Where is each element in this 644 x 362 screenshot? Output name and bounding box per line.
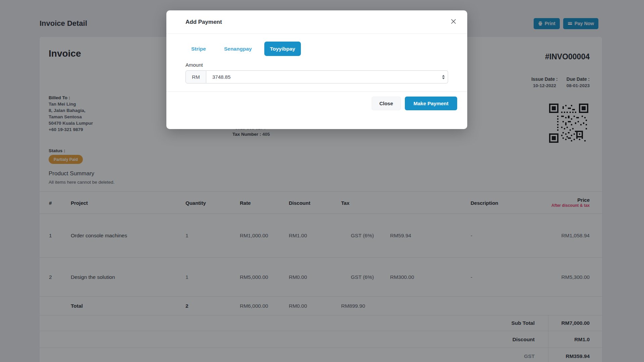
- modal-header: Add Payment: [166, 10, 467, 34]
- stepper-down-icon: [442, 77, 445, 79]
- tab-stripe[interactable]: Stripe: [185, 42, 212, 56]
- add-payment-modal: Add Payment Stripe Senangpay Toyyibpay A…: [166, 10, 467, 129]
- tab-senangpay[interactable]: Senangpay: [218, 42, 258, 56]
- modal-body: Stripe Senangpay Toyyibpay Amount RM: [166, 34, 467, 92]
- modal-title: Add Payment: [185, 19, 222, 25]
- close-button[interactable]: Close: [372, 97, 401, 110]
- modal-close-button[interactable]: [449, 17, 458, 27]
- modal-footer: Close Make Payment: [166, 92, 467, 129]
- payment-method-tabs: Stripe Senangpay Toyyibpay: [185, 42, 448, 56]
- stepper-up-icon: [442, 75, 445, 76]
- amount-input-group: RM: [185, 70, 448, 83]
- currency-prefix: RM: [185, 70, 206, 83]
- close-icon: [450, 18, 457, 25]
- amount-input-wrap: [206, 70, 448, 83]
- make-payment-button[interactable]: Make Payment: [405, 97, 457, 110]
- amount-stepper[interactable]: [442, 75, 445, 79]
- amount-input[interactable]: [206, 70, 448, 83]
- amount-label: Amount: [185, 62, 448, 68]
- tab-toyyibpay[interactable]: Toyyibpay: [264, 42, 301, 56]
